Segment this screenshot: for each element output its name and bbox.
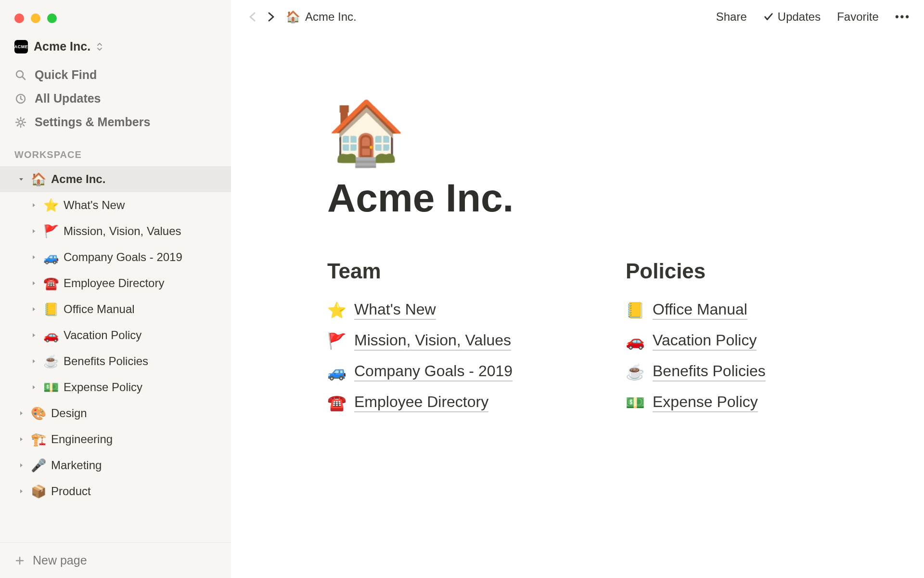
caret-right-icon[interactable] bbox=[16, 462, 26, 468]
check-icon bbox=[763, 12, 774, 22]
page-emoji-icon: 🚩 bbox=[43, 224, 59, 239]
column-heading[interactable]: Policies bbox=[626, 259, 876, 283]
plus-icon bbox=[14, 555, 25, 566]
page-link-label: Office Manual bbox=[653, 301, 747, 320]
page-link-label: Company Goals - 2019 bbox=[354, 362, 513, 381]
caret-right-icon[interactable] bbox=[29, 228, 38, 234]
page-emoji-icon: 🏗️ bbox=[31, 432, 46, 447]
tree-item-label: What's New bbox=[64, 198, 125, 212]
tree-item[interactable]: 🏠Acme Inc. bbox=[0, 166, 231, 192]
tree-item[interactable]: ☎️Employee Directory bbox=[0, 270, 231, 296]
page-icon[interactable]: 🏠 bbox=[327, 101, 895, 164]
page-link[interactable]: 💵Expense Policy bbox=[626, 387, 876, 418]
tree-item-label: Acme Inc. bbox=[51, 172, 105, 186]
page-link[interactable]: 🚙Company Goals - 2019 bbox=[327, 356, 578, 387]
page-emoji-icon: ☎️ bbox=[43, 276, 59, 291]
window-minimize-button[interactable] bbox=[31, 13, 40, 23]
page-emoji-icon: 🎨 bbox=[31, 406, 46, 421]
page-link-label: Expense Policy bbox=[653, 393, 758, 412]
caret-right-icon[interactable] bbox=[29, 358, 38, 364]
svg-line-1 bbox=[22, 77, 25, 79]
tree-item[interactable]: 📒Office Manual bbox=[0, 296, 231, 322]
all-updates-label: All Updates bbox=[35, 92, 101, 105]
breadcrumb-icon: 🏠 bbox=[286, 10, 300, 24]
workspace-switcher[interactable]: ACME Acme Inc. bbox=[0, 35, 231, 63]
content-column: Team⭐What's New🚩Mission, Vision, Values🚙… bbox=[327, 259, 578, 418]
page-link[interactable]: 🚩Mission, Vision, Values bbox=[327, 326, 578, 356]
page-link-label: What's New bbox=[354, 301, 436, 320]
favorite-label: Favorite bbox=[837, 10, 879, 24]
window-close-button[interactable] bbox=[14, 13, 24, 23]
favorite-button[interactable]: Favorite bbox=[837, 10, 879, 24]
share-button[interactable]: Share bbox=[716, 10, 747, 24]
window-traffic-lights bbox=[0, 0, 231, 35]
sidebar: ACME Acme Inc. Quick Find All Updates Se… bbox=[0, 0, 231, 578]
tree-item-label: Expense Policy bbox=[64, 381, 142, 394]
column-heading[interactable]: Team bbox=[327, 259, 578, 283]
page-link-icon: ☕ bbox=[626, 363, 644, 381]
tree-item[interactable]: 🚩Mission, Vision, Values bbox=[0, 218, 231, 244]
caret-right-icon[interactable] bbox=[29, 332, 38, 338]
page-emoji-icon: ⭐ bbox=[43, 198, 59, 213]
tree-item[interactable]: 🏗️Engineering bbox=[0, 426, 231, 452]
content-column: Policies📒Office Manual🚗Vacation Policy☕B… bbox=[626, 259, 876, 418]
page-link-label: Mission, Vision, Values bbox=[354, 331, 511, 351]
quick-find-label: Quick Find bbox=[35, 68, 97, 82]
all-updates-button[interactable]: All Updates bbox=[0, 87, 231, 110]
workspace-section-header: WORKSPACE bbox=[0, 134, 231, 166]
tree-item[interactable]: 🎨Design bbox=[0, 400, 231, 426]
breadcrumb[interactable]: 🏠 Acme Inc. bbox=[286, 10, 357, 24]
page-link-icon: 📒 bbox=[626, 301, 644, 319]
tree-item-label: Design bbox=[51, 407, 87, 420]
page-title[interactable]: Acme Inc. bbox=[327, 175, 895, 221]
page-link-label: Benefits Policies bbox=[653, 362, 766, 381]
page-emoji-icon: ☕ bbox=[43, 354, 59, 369]
tree-item-label: Benefits Policies bbox=[64, 355, 148, 368]
updates-label: Updates bbox=[778, 10, 821, 24]
tree-item[interactable]: 🎤Marketing bbox=[0, 452, 231, 478]
more-menu-button[interactable]: ••• bbox=[895, 11, 911, 23]
nav-back-button[interactable] bbox=[244, 8, 262, 26]
tree-item[interactable]: 🚙Company Goals - 2019 bbox=[0, 244, 231, 270]
page-link-icon: ⭐ bbox=[327, 301, 346, 319]
tree-item[interactable]: ☕Benefits Policies bbox=[0, 348, 231, 374]
quick-find-button[interactable]: Quick Find bbox=[0, 63, 231, 87]
tree-item[interactable]: 💵Expense Policy bbox=[0, 374, 231, 400]
page-link[interactable]: ⭐What's New bbox=[327, 295, 578, 326]
window-maximize-button[interactable] bbox=[47, 13, 57, 23]
tree-item-label: Office Manual bbox=[64, 302, 135, 316]
caret-right-icon[interactable] bbox=[16, 410, 26, 416]
caret-down-icon[interactable] bbox=[16, 176, 26, 182]
page-link-icon: ☎️ bbox=[327, 394, 346, 412]
svg-point-3 bbox=[19, 120, 23, 124]
workspace-name: Acme Inc. bbox=[34, 39, 90, 53]
updates-button[interactable]: Updates bbox=[763, 10, 821, 24]
caret-right-icon[interactable] bbox=[16, 436, 26, 442]
page-link-icon: 💵 bbox=[626, 394, 644, 412]
new-page-label: New page bbox=[33, 553, 87, 567]
page-link[interactable]: ☕Benefits Policies bbox=[626, 356, 876, 387]
caret-right-icon[interactable] bbox=[29, 280, 38, 286]
page-emoji-icon: 🚙 bbox=[43, 250, 59, 265]
caret-right-icon[interactable] bbox=[29, 306, 38, 312]
caret-right-icon[interactable] bbox=[16, 488, 26, 494]
tree-item-label: Vacation Policy bbox=[64, 328, 141, 342]
page-link[interactable]: ☎️Employee Directory bbox=[327, 387, 578, 418]
topbar: 🏠 Acme Inc. Share Updates Favorite ••• bbox=[231, 0, 924, 34]
page-link[interactable]: 🚗Vacation Policy bbox=[626, 326, 876, 356]
tree-item[interactable]: 🚗Vacation Policy bbox=[0, 322, 231, 348]
page-link[interactable]: 📒Office Manual bbox=[626, 295, 876, 326]
new-page-button[interactable]: New page bbox=[0, 542, 231, 578]
caret-right-icon[interactable] bbox=[29, 384, 38, 390]
nav-forward-button[interactable] bbox=[262, 8, 279, 26]
settings-members-button[interactable]: Settings & Members bbox=[0, 110, 231, 134]
breadcrumb-label: Acme Inc. bbox=[305, 10, 357, 24]
page-content: 🏠 Acme Inc. Team⭐What's New🚩Mission, Vis… bbox=[327, 34, 895, 418]
caret-right-icon[interactable] bbox=[29, 202, 38, 208]
tree-item[interactable]: ⭐What's New bbox=[0, 192, 231, 218]
tree-item-label: Engineering bbox=[51, 433, 113, 446]
page-link-icon: 🚙 bbox=[327, 363, 346, 381]
caret-right-icon[interactable] bbox=[29, 254, 38, 260]
settings-members-label: Settings & Members bbox=[35, 115, 150, 129]
tree-item[interactable]: 📦Product bbox=[0, 478, 231, 504]
